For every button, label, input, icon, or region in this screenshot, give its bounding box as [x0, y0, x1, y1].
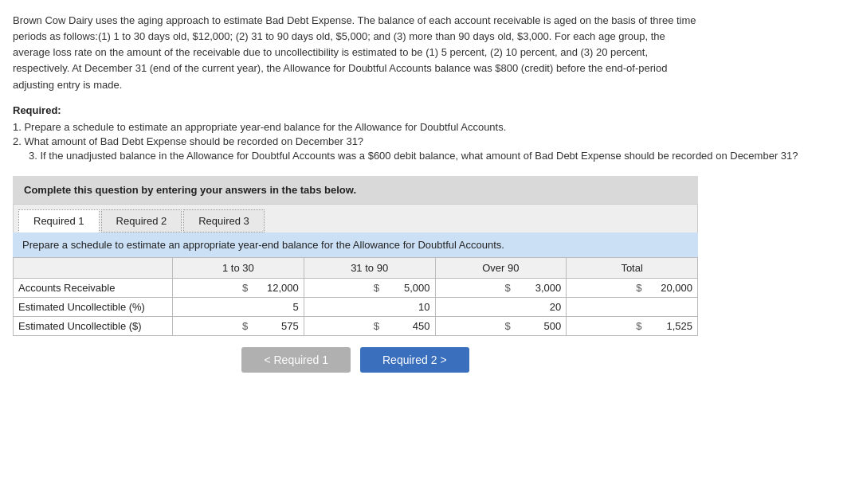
tab-required-2[interactable]: Required 2 — [101, 209, 182, 232]
table-section: 1 to 30 31 to 90 Over 90 Total Accounts … — [13, 257, 698, 336]
prev-button[interactable]: < Required 1 — [241, 347, 351, 373]
required-item-2: 2. What amount of Bad Debt Expense shoul… — [13, 135, 838, 147]
ar-col3-input[interactable] — [513, 282, 561, 294]
dollar-col3-input[interactable] — [513, 320, 561, 332]
dollar-col2: $ — [304, 316, 435, 335]
dollar-col1-symbol: $ — [242, 320, 248, 332]
pct-col4-input[interactable] — [645, 301, 692, 313]
tab-required-3[interactable]: Required 3 — [183, 209, 265, 232]
required-list: 1. Prepare a schedule to estimate an app… — [13, 121, 838, 162]
dollar-col1-input[interactable] — [251, 320, 299, 332]
ar-col2: $ — [304, 278, 435, 297]
table-row-ar: Accounts Receivable $ $ $ $ — [14, 278, 698, 297]
instruction-bar: Prepare a schedule to estimate an approp… — [13, 232, 698, 257]
col-header-label — [14, 257, 173, 278]
data-table: 1 to 30 31 to 90 Over 90 Total Accounts … — [13, 257, 698, 336]
dollar-col1: $ — [173, 316, 304, 335]
ar-col4-input[interactable] — [645, 282, 692, 294]
col-header-31to90: 31 to 90 — [304, 257, 435, 278]
dollar-col2-input[interactable] — [382, 320, 430, 332]
table-row-dollar: Estimated Uncollectible ($) $ $ $ $ — [14, 316, 698, 335]
ar-col3-symbol: $ — [504, 282, 510, 294]
ar-col1-symbol: $ — [242, 282, 248, 294]
required-item-3: 3. If the unadjusted balance in the Allo… — [13, 150, 838, 162]
row-label-ar: Accounts Receivable — [14, 278, 173, 297]
dollar-col4-input[interactable] — [645, 320, 692, 332]
pct-col4 — [567, 297, 698, 316]
ar-col4: $ — [567, 278, 698, 297]
table-row-pct: Estimated Uncollectible (%) — [14, 297, 698, 316]
dollar-col3: $ — [435, 316, 567, 335]
pct-col1-input[interactable] — [251, 301, 299, 313]
tab-section: Prepare a schedule to estimate an approp… — [13, 232, 698, 384]
problem-text: Brown Cow Dairy uses the aging approach … — [13, 13, 698, 93]
pct-col3 — [435, 297, 567, 316]
ar-col2-symbol: $ — [374, 282, 379, 294]
row-label-pct: Estimated Uncollectible (%) — [14, 297, 173, 316]
row-label-dollar: Estimated Uncollectible ($) — [14, 316, 173, 335]
ar-col1: $ — [173, 278, 304, 297]
pct-col1 — [173, 297, 304, 316]
tabs-row: Required 1 Required 2 Required 3 — [13, 204, 698, 232]
ar-col4-symbol: $ — [636, 282, 641, 294]
required-item-1: 1. Prepare a schedule to estimate an app… — [13, 121, 838, 133]
complete-banner: Complete this question by entering your … — [13, 176, 698, 204]
nav-buttons: < Required 1 Required 2 > — [13, 336, 698, 384]
required-header: Required: — [13, 104, 838, 116]
pct-col2-input[interactable] — [382, 301, 430, 313]
dollar-col3-symbol: $ — [504, 320, 510, 332]
dollar-col4-symbol: $ — [636, 320, 641, 332]
col-header-1to30: 1 to 30 — [173, 257, 304, 278]
dollar-col2-symbol: $ — [374, 320, 379, 332]
pct-col3-input[interactable] — [513, 301, 561, 313]
col-header-over90: Over 90 — [435, 257, 567, 278]
next-button[interactable]: Required 2 > — [360, 347, 469, 373]
pct-col2 — [304, 297, 435, 316]
tab-required-1[interactable]: Required 1 — [18, 209, 100, 232]
ar-col1-input[interactable] — [251, 282, 299, 294]
table-header-row: 1 to 30 31 to 90 Over 90 Total — [14, 257, 698, 278]
col-header-total: Total — [567, 257, 698, 278]
ar-col2-input[interactable] — [382, 282, 430, 294]
ar-col3: $ — [435, 278, 567, 297]
dollar-col4: $ — [567, 316, 698, 335]
